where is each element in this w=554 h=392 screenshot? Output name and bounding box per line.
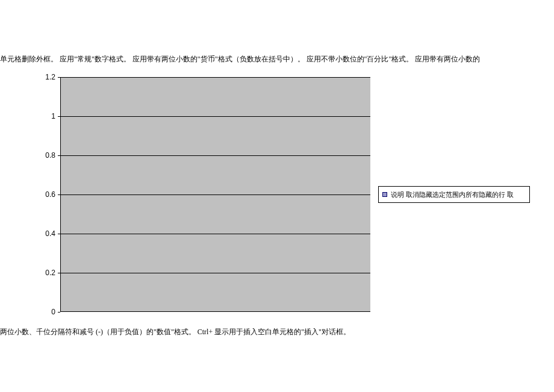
gridline [61, 116, 370, 117]
chart: 0 0.2 0.4 0.6 0.8 1 1.2 说明 取消隐藏选定范围内所有隐藏… [37, 77, 517, 322]
y-tick-label: 0.8 [37, 151, 55, 160]
y-tick-mark [58, 312, 60, 313]
doc-text-above: 单元格删除外框。 应用"常规"数字格式。 应用带有两位小数的"货币"格式（负数放… [0, 54, 554, 64]
legend-label: 说明 取消隐藏选定范围内所有隐藏的行 取 [391, 190, 514, 199]
gridline [61, 77, 370, 78]
y-tick-label: 0.6 [37, 190, 55, 199]
y-tick-label: 1.2 [37, 73, 55, 81]
doc-text-below: 两位小数、千位分隔符和减号 (-)（用于负值）的"数值"格式。 Ctrl+ 显示… [0, 327, 554, 337]
y-tick-label: 0.2 [37, 269, 55, 277]
plot-area [60, 77, 370, 312]
y-tick-label: 0 [37, 308, 55, 316]
gridline [61, 155, 370, 156]
gridline [61, 273, 370, 273]
y-tick-label: 0.4 [37, 229, 55, 238]
legend: 说明 取消隐藏选定范围内所有隐藏的行 取 [378, 186, 530, 203]
legend-marker-icon [382, 192, 387, 197]
gridline [61, 234, 370, 234]
gridline [61, 194, 370, 195]
y-tick-label: 1 [37, 112, 55, 120]
